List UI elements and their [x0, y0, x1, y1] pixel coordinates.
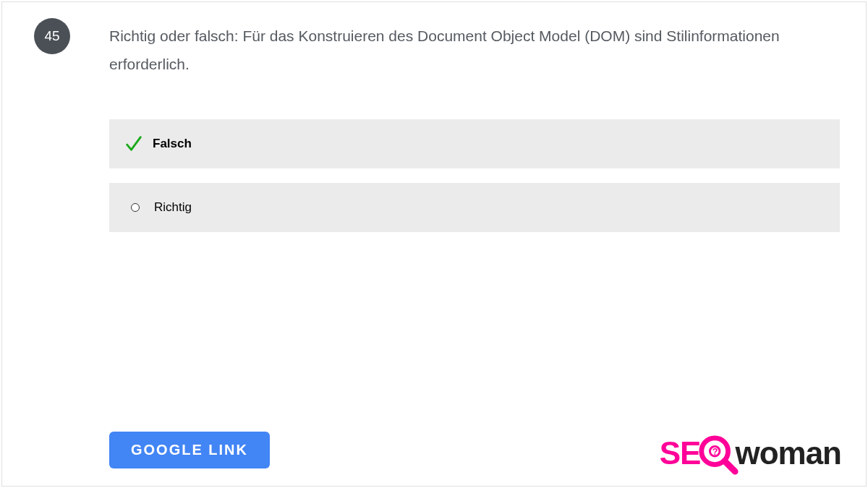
answer-option-richtig[interactable]: Richtig: [109, 183, 840, 232]
question-number-badge: 45: [34, 18, 70, 54]
logo-text-woman: woman: [735, 435, 841, 471]
svg-line-3: [725, 461, 736, 472]
answer-option-falsch[interactable]: Falsch: [109, 119, 840, 168]
checkmark-icon: [124, 134, 144, 154]
answer-label: Falsch: [153, 137, 192, 151]
google-link-button[interactable]: GOOGLE LINK: [109, 432, 270, 468]
seowoman-logo: SE ? woman: [660, 435, 841, 471]
question-text: Richtig oder falsch: Für das Konstruiere…: [109, 22, 837, 79]
radio-unselected-icon: [131, 203, 140, 212]
quiz-container: 45 Richtig oder falsch: Für das Konstrui…: [1, 1, 867, 487]
magnifier-icon: ?: [699, 435, 735, 471]
question-number: 45: [44, 28, 59, 44]
logo-text-se: SE: [660, 435, 701, 471]
answers-list: Falsch Richtig: [109, 119, 840, 247]
svg-text:?: ?: [712, 447, 718, 457]
answer-label: Richtig: [154, 200, 192, 215]
